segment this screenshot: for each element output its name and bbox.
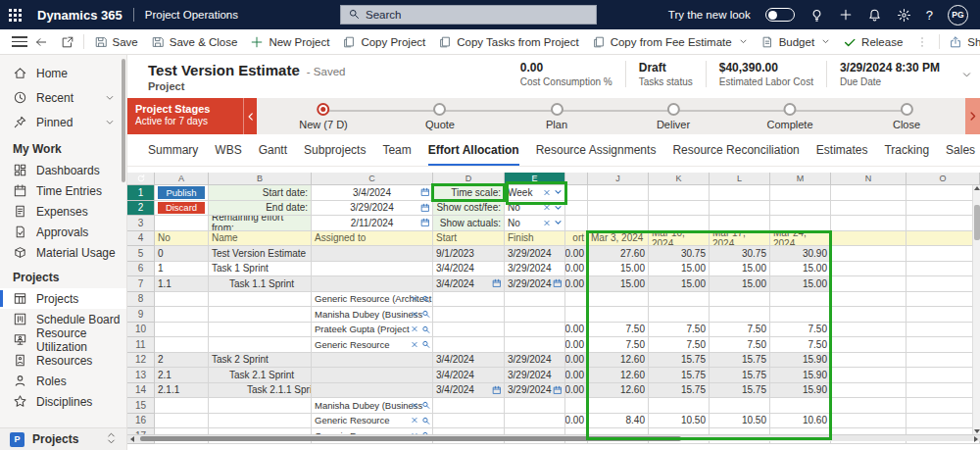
plus-icon[interactable]	[839, 8, 853, 22]
option-label-cell[interactable]: Time scale:	[433, 185, 505, 201]
cell-no[interactable]: 2.1	[155, 368, 209, 383]
tab-effort-allocation[interactable]: Effort Allocation	[428, 134, 519, 166]
clear-x-icon[interactable]	[543, 219, 551, 226]
cell-assigned-to[interactable]	[312, 246, 433, 262]
grid-cell[interactable]	[906, 337, 980, 353]
cell-week-effort[interactable]: 15.00	[770, 262, 831, 277]
sidebar-item-resources[interactable]: Resources	[0, 350, 126, 371]
row-header-9[interactable]: 9	[127, 307, 155, 323]
grid-cell[interactable]	[831, 323, 906, 338]
cell-week-effort[interactable]: 15.75	[649, 383, 710, 399]
horizontal-scroll-thumb[interactable]	[140, 436, 681, 441]
column-header-K[interactable]: K	[649, 173, 710, 185]
cell-week-effort[interactable]: 12.60	[588, 353, 649, 369]
grid-cell[interactable]	[831, 262, 906, 277]
clear-x-icon[interactable]	[411, 417, 418, 425]
sidebar-item-disciplines[interactable]: Disciplines	[0, 391, 126, 412]
tab-summary[interactable]: Summary	[148, 134, 198, 166]
calendar-icon[interactable]	[553, 278, 563, 288]
cell-effort-clipped[interactable]: 30.00	[565, 323, 588, 338]
horizontal-scrollbar[interactable]	[127, 434, 980, 441]
help-icon[interactable]: ?	[926, 8, 933, 23]
setting-label-cell[interactable]: Start date:	[209, 185, 312, 201]
stage-back-chevron-icon[interactable]	[243, 98, 257, 134]
setting-label-cell[interactable]: Remaining effort from:	[209, 216, 312, 231]
cell-start[interactable]	[433, 414, 505, 429]
budget-button[interactable]: Budget	[754, 29, 836, 54]
grid-cell[interactable]	[831, 276, 906, 292]
cell-week-effort[interactable]: 10.50	[649, 414, 710, 429]
new-project-button[interactable]: New Project	[244, 29, 336, 54]
cell-name[interactable]: Task 1.1 Sprint	[209, 276, 312, 292]
grid-cell[interactable]	[831, 216, 906, 231]
cell-name[interactable]	[209, 307, 312, 323]
cell-week-effort[interactable]: 15.75	[710, 353, 770, 369]
back-button[interactable]	[27, 29, 54, 54]
share-button[interactable]: Share	[943, 29, 980, 54]
grid-cell[interactable]	[906, 185, 980, 201]
cell-week-effort[interactable]: 30.75	[710, 246, 770, 262]
date-field-cell[interactable]: 2/11/2024	[312, 216, 433, 231]
cell-assigned-to[interactable]	[312, 368, 433, 383]
lookup-search-icon[interactable]	[421, 310, 430, 319]
grid-cell[interactable]	[710, 185, 770, 201]
clear-x-icon[interactable]	[411, 325, 418, 333]
copy-project-button[interactable]: Copy Project	[336, 29, 432, 54]
popout-button[interactable]	[54, 29, 80, 54]
col-label-finish[interactable]: Finish	[505, 231, 565, 247]
grid-cell[interactable]	[710, 201, 770, 217]
col-label-week[interactable]: Mar 24, 2024	[770, 231, 831, 247]
grid-cell[interactable]	[831, 353, 906, 369]
sidebar-item-expenses[interactable]: Expenses	[0, 201, 126, 222]
stage-next-chevron-icon[interactable]	[965, 98, 980, 134]
column-header-J[interactable]: J	[588, 173, 649, 185]
grid-cell[interactable]	[831, 185, 906, 201]
grid-cell[interactable]	[770, 185, 831, 201]
option-value-cell[interactable]: No	[505, 216, 565, 231]
cell-finish[interactable]	[505, 323, 565, 338]
cell-name[interactable]: Task 1 Sprint	[209, 262, 312, 277]
cell-start[interactable]	[433, 398, 505, 414]
row-header-15[interactable]: 15	[127, 398, 155, 414]
setting-label-cell[interactable]: End date:	[209, 201, 312, 217]
row-header-3[interactable]: 3	[127, 216, 155, 231]
cell-assigned-to[interactable]	[312, 262, 433, 277]
cell-week-effort[interactable]: 10.60	[770, 414, 831, 429]
cell-week-effort[interactable]: 27.60	[588, 246, 649, 262]
sidebar-item-approvals[interactable]: Approvals	[0, 222, 126, 242]
cell-week-effort[interactable]: 10.50	[710, 414, 770, 429]
cell-week-effort[interactable]	[770, 398, 831, 414]
grid-cell[interactable]	[831, 383, 906, 399]
column-header-E[interactable]: E	[505, 173, 565, 185]
vertical-scroll-thumb[interactable]	[974, 205, 980, 240]
cell-start[interactable]: 3/4/2024	[433, 383, 505, 399]
cell-start[interactable]	[433, 292, 505, 308]
cell-start[interactable]	[433, 337, 505, 353]
dropdown-chevron-icon[interactable]	[554, 188, 563, 197]
calendar-icon[interactable]	[420, 218, 430, 227]
cell-finish[interactable]: 3/29/2024	[505, 353, 565, 369]
cell-name[interactable]: Task 2 Sprint	[209, 353, 312, 369]
stage-close[interactable]: Close	[893, 103, 920, 130]
cell-name[interactable]: Task 2.1 Sprint	[209, 368, 312, 383]
cell-week-effort[interactable]: 7.50	[649, 323, 710, 338]
cell-no[interactable]	[155, 414, 209, 429]
cell-no[interactable]	[155, 398, 209, 414]
grid-cell[interactable]	[906, 398, 980, 414]
column-header-L[interactable]: L	[710, 173, 770, 185]
cell-effort-clipped[interactable]: 60.00	[565, 276, 588, 292]
cell-week-effort[interactable]: 7.50	[710, 323, 770, 338]
cell-no[interactable]: 0	[155, 246, 209, 262]
lookup-search-icon[interactable]	[421, 340, 430, 349]
cell-week-effort[interactable]	[588, 398, 649, 414]
calendar-icon[interactable]	[492, 278, 502, 288]
cell-week-effort[interactable]: 15.00	[649, 262, 710, 277]
stage-plan[interactable]: Plan	[546, 103, 567, 130]
save-button[interactable]: Save	[87, 29, 144, 54]
grid-cell[interactable]	[770, 216, 831, 231]
cell-finish[interactable]	[505, 398, 565, 414]
app-name[interactable]: Project Operations	[145, 9, 238, 21]
cell-no[interactable]: 2	[155, 353, 209, 369]
cell-start[interactable]	[433, 323, 505, 338]
column-header-O[interactable]: O	[906, 173, 980, 185]
